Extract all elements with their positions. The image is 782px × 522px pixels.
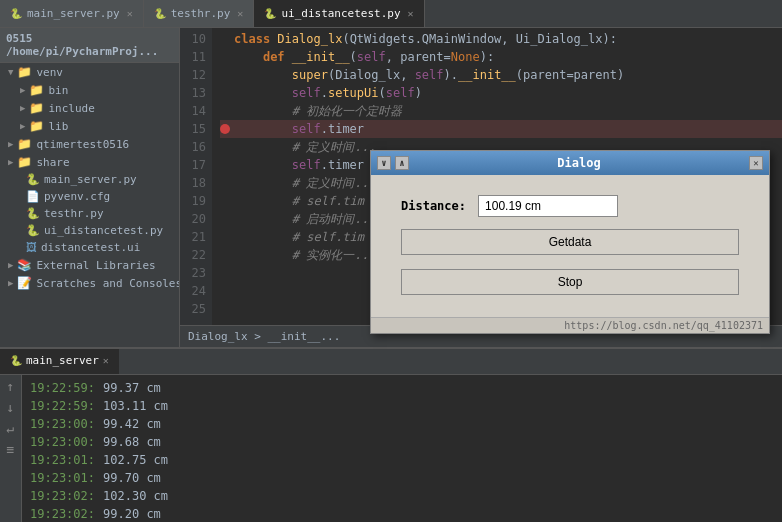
folder-icon-include: 📁: [29, 101, 44, 115]
sidebar-title: 0515 /home/pi/PycharmProj...: [6, 32, 173, 58]
bottom-tab-bar: 🐍 main_server ✕: [0, 349, 782, 375]
console-line-5: 19:23:01: 102.75 cm: [30, 451, 774, 469]
tab-bar: 🐍 main_server.py ✕ 🐍 testhr.py ✕ 🐍 ui_di…: [0, 0, 782, 28]
console-time: 19:23:01:: [30, 469, 95, 487]
code-line-17: # 初始化一个定时器: [220, 102, 782, 120]
sidebar-item-scratches[interactable]: ▶ 📝 Scratches and Consoles: [0, 274, 179, 292]
expand-arrow-scratches: ▶: [8, 278, 13, 288]
item-label: venv: [36, 66, 63, 79]
down-arrow-icon[interactable]: ↓: [7, 400, 15, 415]
dialog-maximize-button[interactable]: ∧: [395, 156, 409, 170]
item-label-testhr: testhr.py: [44, 207, 104, 220]
dialog-footer: https://blog.csdn.net/qq_41102371: [371, 317, 769, 333]
console-time: 19:23:01:: [30, 451, 95, 469]
ui-file-icon: 🖼: [26, 241, 37, 254]
tab-testhr[interactable]: 🐍 testhr.py ✕: [144, 0, 255, 27]
sidebar-item-distancetest-ui[interactable]: 🖼 distancetest.ui: [0, 239, 179, 256]
expand-arrow-external: ▶: [8, 260, 13, 270]
console-line-2: 19:22:59: 103.11 cm: [30, 397, 774, 415]
folder-icon-lib: 📁: [29, 119, 44, 133]
item-label-ui-distancetest: ui_distancetest.py: [44, 224, 163, 237]
main-container: 🐍 main_server.py ✕ 🐍 testhr.py ✕ 🐍 ui_di…: [0, 0, 782, 522]
sidebar-item-ui-distancetest[interactable]: 🐍 ui_distancetest.py: [0, 222, 179, 239]
item-label-main-server: main_server.py: [44, 173, 137, 186]
dialog-titlebar: ∨ ∧ Dialog ✕: [371, 151, 769, 175]
breadcrumb-text: Dialog_lx > __init__...: [188, 330, 340, 343]
console-line-4: 19:23:00: 99.68 cm: [30, 433, 774, 451]
item-label-distancetest-ui: distancetest.ui: [41, 241, 140, 254]
console-value: 99.70 cm: [103, 469, 161, 487]
bottom-side-icons: ↑ ↓ ↵ ≡: [0, 375, 22, 522]
tab-close-icon-3[interactable]: ✕: [408, 8, 414, 19]
cfg-file-icon: 📄: [26, 190, 40, 203]
expand-arrow-bin: ▶: [20, 85, 25, 95]
item-label-bin: bin: [48, 84, 68, 97]
tab-ui-distancetest[interactable]: 🐍 ui_distancetest.py ✕: [254, 0, 424, 27]
sidebar-item-qtimertest[interactable]: ▶ 📁 qtimertest0516: [0, 135, 179, 153]
list-icon[interactable]: ≡: [7, 442, 15, 457]
console-time: 19:22:59:: [30, 379, 95, 397]
up-arrow-icon[interactable]: ↑: [7, 379, 15, 394]
dialog-distance-row: Distance:: [401, 195, 739, 217]
bottom-tab-main-server[interactable]: 🐍 main_server ✕: [0, 349, 119, 374]
dialog-minimize-button[interactable]: ∨: [377, 156, 391, 170]
tab-main-server[interactable]: 🐍 main_server.py ✕: [0, 0, 144, 27]
console-value: 99.37 cm: [103, 379, 161, 397]
code-line-18: self.timer: [220, 120, 782, 138]
bottom-tab-label: main_server: [26, 354, 99, 367]
breakpoint-dot: [220, 124, 230, 134]
console-line-7: 19:23:02: 102.30 cm: [30, 487, 774, 505]
item-label-pyvenv: pyvenv.cfg: [44, 190, 110, 203]
tab-label-3: ui_distancetest.py: [281, 7, 400, 20]
console-output: 19:22:59: 99.37 cm 19:22:59: 103.11 cm 1…: [22, 375, 782, 522]
console-line-8: 19:23:02: 99.20 cm: [30, 505, 774, 522]
bottom-content: ↑ ↓ ↵ ≡ 19:22:59: 99.37 cm 19:22:59: 103…: [0, 375, 782, 522]
item-label-scratches: Scratches and Consoles: [36, 277, 180, 290]
bottom-tab-close[interactable]: ✕: [103, 355, 109, 366]
distance-label: Distance:: [401, 199, 466, 213]
sidebar-header: 0515 /home/pi/PycharmProj...: [0, 28, 179, 63]
sidebar-item-main-server[interactable]: 🐍 main_server.py: [0, 171, 179, 188]
sidebar-item-testhr[interactable]: 🐍 testhr.py: [0, 205, 179, 222]
expand-arrow-share: ▶: [8, 157, 13, 167]
folder-icon-share: 📁: [17, 155, 32, 169]
console-time: 19:23:02:: [30, 487, 95, 505]
tab-close-icon-2[interactable]: ✕: [237, 8, 243, 19]
item-label-external: External Libraries: [36, 259, 155, 272]
folder-icon-bin: 📁: [29, 83, 44, 97]
py-file-icon-2: 🐍: [26, 207, 40, 220]
code-line-16: self.setupUi(self): [220, 84, 782, 102]
getdata-button[interactable]: Getdata: [401, 229, 739, 255]
console-time: 19:23:00:: [30, 415, 95, 433]
code-line-15: super(Dialog_lx, self).__init__(parent=p…: [220, 66, 782, 84]
stop-button[interactable]: Stop: [401, 269, 739, 295]
sidebar-item-include[interactable]: ▶ 📁 include: [0, 99, 179, 117]
sidebar-item-pyvenv[interactable]: 📄 pyvenv.cfg: [0, 188, 179, 205]
expand-arrow-qtimertest: ▶: [8, 139, 13, 149]
dialog-close-button[interactable]: ✕: [749, 156, 763, 170]
sidebar-item-external-libs[interactable]: ▶ 📚 External Libraries: [0, 256, 179, 274]
console-value: 99.20 cm: [103, 505, 161, 522]
console-time: 19:23:00:: [30, 433, 95, 451]
sidebar-item-lib[interactable]: ▶ 📁 lib: [0, 117, 179, 135]
server-icon: 🐍: [10, 355, 22, 366]
tab-close-icon[interactable]: ✕: [127, 8, 133, 19]
sidebar-item-bin[interactable]: ▶ 📁 bin: [0, 81, 179, 99]
console-line-1: 19:22:59: 99.37 cm: [30, 379, 774, 397]
item-label-share: share: [36, 156, 69, 169]
dialog-body: Distance: Getdata Stop: [371, 175, 769, 317]
distance-input[interactable]: [478, 195, 618, 217]
line-numbers: 10 11 12 13 14 15 16 17 18 19 20 21 22 2…: [180, 28, 212, 325]
item-label-lib: lib: [48, 120, 68, 133]
console-time: 19:23:02:: [30, 505, 95, 522]
dialog-controls: ∨ ∧: [377, 156, 409, 170]
console-value: 103.11 cm: [103, 397, 168, 415]
console-value: 99.68 cm: [103, 433, 161, 451]
dialog-window: ∨ ∧ Dialog ✕ Distance: Getdata Stop http…: [370, 150, 770, 334]
code-line-13: class Dialog_lx(QtWidgets.QMainWindow, U…: [220, 30, 782, 48]
sidebar-item-share[interactable]: ▶ 📁 share: [0, 153, 179, 171]
console-value: 102.75 cm: [103, 451, 168, 469]
sidebar-item-venv[interactable]: ▼ 📁 venv: [0, 63, 179, 81]
enter-icon[interactable]: ↵: [7, 421, 15, 436]
console-line-6: 19:23:01: 99.70 cm: [30, 469, 774, 487]
